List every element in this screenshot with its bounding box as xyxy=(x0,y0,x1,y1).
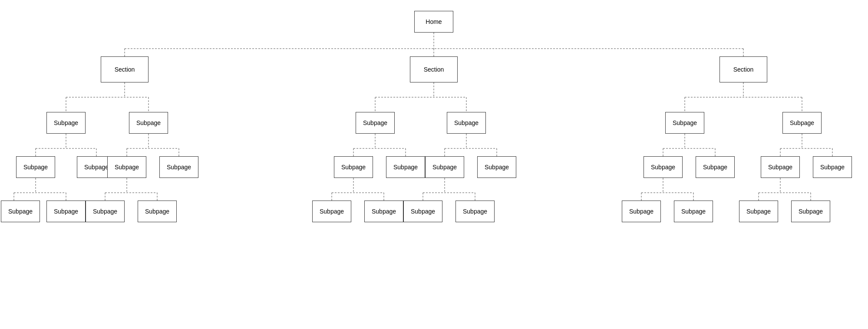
s3a-ca-a: Subpage xyxy=(622,201,661,222)
tree-container: .connector { stroke: #555; stroke-width:… xyxy=(0,0,868,329)
s3-subpage-b: Subpage xyxy=(782,112,822,134)
s3b-ca-a: Subpage xyxy=(739,201,778,222)
s1-subpage-a: Subpage xyxy=(46,112,86,134)
s1a-ca-a: Subpage xyxy=(1,201,40,222)
s3a-child-b: Subpage xyxy=(696,156,735,178)
s2b-ca-b: Subpage xyxy=(455,201,495,222)
s1a-ca-b: Subpage xyxy=(46,201,86,222)
s2b-ca-a: Subpage xyxy=(403,201,442,222)
s2a-ca-a: Subpage xyxy=(312,201,351,222)
s3b-ca-b: Subpage xyxy=(791,201,830,222)
s1b-child-b: Subpage xyxy=(159,156,198,178)
s3a-child-a: Subpage xyxy=(644,156,683,178)
s1-subpage-b: Subpage xyxy=(129,112,168,134)
section-1-node: Section xyxy=(101,56,149,82)
s1b-child-a: Subpage xyxy=(107,156,146,178)
s2b-child-a: Subpage xyxy=(425,156,464,178)
s2a-child-b: Subpage xyxy=(386,156,425,178)
s2-subpage-a: Subpage xyxy=(356,112,395,134)
s2b-child-b: Subpage xyxy=(477,156,516,178)
s3b-child-b: Subpage xyxy=(813,156,852,178)
section-3-node: Section xyxy=(719,56,767,82)
s2-subpage-b: Subpage xyxy=(447,112,486,134)
s2a-ca-b: Subpage xyxy=(364,201,403,222)
s2a-child-a: Subpage xyxy=(334,156,373,178)
s1b-ca-b: Subpage xyxy=(138,201,177,222)
s3b-child-a: Subpage xyxy=(761,156,800,178)
s1a-child-a: Subpage xyxy=(16,156,55,178)
s3a-ca-b: Subpage xyxy=(674,201,713,222)
s1b-ca-a: Subpage xyxy=(86,201,125,222)
home-node: Home xyxy=(414,11,453,33)
s3-subpage-a: Subpage xyxy=(665,112,704,134)
section-2-node: Section xyxy=(410,56,458,82)
